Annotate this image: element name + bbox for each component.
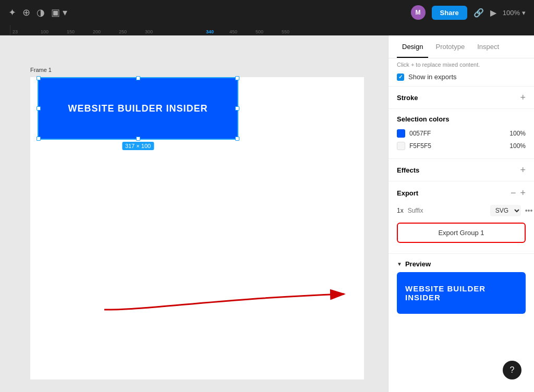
stroke-header: Stroke + bbox=[389, 87, 534, 106]
preview-triangle-icon: ▼ bbox=[397, 261, 402, 267]
export-format-select[interactable]: SVG PNG JPG PDF bbox=[490, 205, 521, 216]
tab-inspect[interactable]: Inspect bbox=[472, 35, 504, 58]
help-button[interactable]: ? bbox=[503, 361, 521, 379]
ruler-mark: 550 bbox=[282, 29, 289, 34]
export-section: Export − + 1x SVG PNG JPG PDF ••• Export… bbox=[389, 181, 534, 254]
selection-colors-header: Selection colors bbox=[389, 109, 534, 127]
figma-logo-icon[interactable]: ✦ bbox=[8, 7, 16, 18]
effects-title: Effects bbox=[397, 166, 419, 174]
ruler-mark: 450 bbox=[229, 29, 237, 34]
ruler-mark: 150 bbox=[67, 29, 75, 34]
color-hex-2: F5F5F5 bbox=[409, 142, 505, 150]
preview-text: WEBSITE BUILDER INSIDER bbox=[405, 284, 517, 302]
horizontal-ruler: 23 100 150 200 250 300 340 450 500 550 bbox=[10, 25, 534, 35]
ruler-mark: 300 bbox=[145, 29, 153, 34]
preview-label: Preview bbox=[405, 260, 431, 268]
tab-prototype[interactable]: Prototype bbox=[430, 35, 470, 58]
color-opacity-1: 100% bbox=[509, 130, 526, 137]
color-swatch-blue[interactable] bbox=[397, 129, 405, 138]
handle-right-mid[interactable] bbox=[235, 106, 239, 111]
share-button[interactable]: Share bbox=[432, 6, 467, 20]
show-in-exports-checkbox[interactable] bbox=[397, 74, 404, 81]
handle-top-right[interactable] bbox=[235, 76, 239, 80]
ruler-mark: 23 bbox=[13, 29, 18, 34]
handle-top-left[interactable] bbox=[37, 76, 41, 80]
export-scale: 1x bbox=[397, 207, 404, 214]
theme-toggle-icon[interactable]: ◑ bbox=[37, 7, 45, 18]
selected-element[interactable]: WEBSITE BUILDER INSIDER 317 × 100 bbox=[38, 77, 238, 140]
zoom-button[interactable]: 100% ▾ bbox=[503, 9, 526, 17]
effects-add-button[interactable]: + bbox=[520, 165, 526, 175]
export-remove-button[interactable]: − bbox=[511, 188, 516, 199]
link-icon[interactable]: 🔗 bbox=[474, 8, 484, 18]
export-options-row: 1x SVG PNG JPG PDF ••• bbox=[389, 203, 534, 218]
element-fill: WEBSITE BUILDER INSIDER bbox=[39, 78, 237, 139]
export-add-button[interactable]: + bbox=[520, 188, 526, 199]
color-hex-1: 0057FF bbox=[409, 130, 505, 137]
main-area: Frame 1 WEBSITE BUILDER INSIDER 317 × 10… bbox=[0, 35, 534, 392]
panel-tabs: Design Prototype Inspect bbox=[389, 35, 534, 58]
play-icon[interactable]: ▶ bbox=[490, 8, 496, 18]
selection-colors-section: Selection colors 0057FF 100% F5F5F5 100% bbox=[389, 109, 534, 159]
export-suffix-input[interactable] bbox=[408, 207, 486, 214]
color-opacity-2: 100% bbox=[509, 142, 526, 150]
ruler-mark-active: 340 bbox=[206, 29, 214, 34]
export-header: Export − + bbox=[389, 181, 534, 203]
stroke-section: Stroke + bbox=[389, 87, 534, 109]
frames-icon[interactable]: ▣ ▾ bbox=[51, 7, 67, 18]
ruler-row: 23 100 150 200 250 300 340 450 500 550 bbox=[0, 25, 534, 35]
export-controls: − + bbox=[511, 188, 526, 199]
toolbar-right: M Share 🔗 ▶ 100% ▾ bbox=[270, 5, 526, 20]
color-row-1: 0057FF 100% bbox=[389, 127, 534, 140]
annotation-arrow bbox=[104, 284, 365, 315]
export-more-button[interactable]: ••• bbox=[525, 206, 533, 215]
canvas-area[interactable]: Frame 1 WEBSITE BUILDER INSIDER 317 × 10… bbox=[0, 35, 388, 392]
tab-design[interactable]: Design bbox=[397, 35, 428, 58]
color-row-2: F5F5F5 100% bbox=[389, 140, 534, 152]
ruler-mark: 200 bbox=[93, 29, 101, 34]
zoom-chevron-icon: ▾ bbox=[522, 9, 526, 17]
move-tool-icon[interactable]: ⊕ bbox=[22, 7, 30, 18]
color-swatch-white[interactable] bbox=[397, 142, 405, 150]
effects-section: Effects + bbox=[389, 159, 534, 181]
preview-section: ▼ Preview WEBSITE BUILDER INSIDER bbox=[389, 254, 534, 345]
stroke-title: Stroke bbox=[397, 94, 418, 102]
right-panel: Design Prototype Inspect Click + to repl… bbox=[388, 35, 534, 392]
preview-banner: WEBSITE BUILDER INSIDER bbox=[397, 272, 526, 314]
preview-header: ▼ Preview bbox=[389, 254, 534, 272]
element-text: WEBSITE BUILDER INSIDER bbox=[68, 103, 208, 114]
show-in-exports-row: Show in exports bbox=[389, 68, 534, 87]
handle-bottom-right[interactable] bbox=[235, 137, 239, 141]
toolbar: ✦ ⊕ ◑ ▣ ▾ M Share 🔗 ▶ 100% ▾ bbox=[0, 0, 534, 25]
ruler-mark: 500 bbox=[256, 29, 263, 34]
ruler-mark: 250 bbox=[119, 29, 127, 34]
show-in-exports-label: Show in exports bbox=[408, 73, 457, 81]
frame-label: Frame 1 bbox=[30, 67, 52, 73]
ruler-corner bbox=[0, 25, 10, 35]
ruler-mark: 100 bbox=[41, 29, 48, 34]
mixed-content-hint: Click + to replace mixed content. bbox=[389, 58, 534, 68]
handle-top-mid[interactable] bbox=[136, 76, 140, 80]
handle-left-mid[interactable] bbox=[37, 106, 41, 111]
selection-colors-title: Selection colors bbox=[397, 115, 449, 123]
avatar: M bbox=[411, 5, 426, 20]
effects-header: Effects + bbox=[389, 159, 534, 179]
dimension-badge: 317 × 100 bbox=[122, 142, 154, 150]
export-title: Export bbox=[397, 189, 418, 197]
export-group-button[interactable]: Export Group 1 bbox=[397, 223, 526, 243]
stroke-add-button[interactable]: + bbox=[520, 93, 526, 102]
handle-bottom-left[interactable] bbox=[37, 137, 41, 141]
handle-bottom-mid[interactable] bbox=[136, 137, 140, 141]
toolbar-left: ✦ ⊕ ◑ ▣ ▾ bbox=[8, 7, 264, 18]
zoom-level: 100% bbox=[503, 9, 520, 17]
